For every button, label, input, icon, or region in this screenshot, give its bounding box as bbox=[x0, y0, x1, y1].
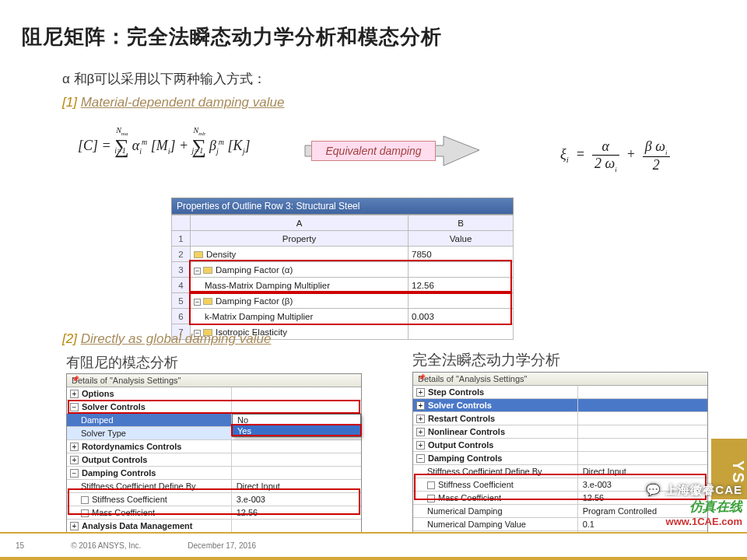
col-A: A bbox=[191, 215, 409, 231]
collapse-icon[interactable]: − bbox=[194, 268, 201, 275]
val-stiff-define[interactable]: Direct Input bbox=[578, 465, 707, 478]
row-solver-type[interactable]: Solver Type bbox=[67, 427, 232, 439]
col-value: Value bbox=[409, 231, 514, 247]
properties-table: Properties of Outline Row 3: Structural … bbox=[171, 198, 514, 340]
formula-c-matrix: [C] = Nma ∑ i=1 αim [Mi] + Nmb ∑ j=1 βjm… bbox=[78, 132, 250, 156]
section-2-num: [2] bbox=[62, 331, 77, 346]
property-icon bbox=[203, 298, 212, 305]
date: December 17, 2016 bbox=[188, 541, 256, 550]
watermark-line1: 💬 上海徽睿CAE bbox=[646, 483, 742, 498]
pin-icon[interactable]: 📌 bbox=[72, 376, 78, 382]
row-nonlinear-controls[interactable]: +Nonlinear Controls bbox=[413, 425, 578, 438]
section-1-num: [1] bbox=[62, 95, 77, 110]
subtitle-left: 有阻尼的模态分析 bbox=[66, 353, 178, 372]
expand-icon[interactable]: + bbox=[416, 441, 425, 450]
collapse-icon[interactable]: − bbox=[194, 299, 201, 306]
section-1-heading: [1] Material-dependent damping value bbox=[62, 95, 284, 110]
row-damping-controls[interactable]: −Damping Controls bbox=[413, 452, 578, 464]
watermark-line2: 仿真在线 bbox=[646, 498, 742, 516]
row-damping-controls[interactable]: −Damping Controls bbox=[67, 467, 232, 479]
val-mass-mult[interactable]: 12.56 bbox=[409, 278, 514, 293]
val-stiff-define[interactable]: Direct Input bbox=[232, 480, 361, 492]
expand-icon[interactable]: + bbox=[416, 401, 425, 410]
panel-header: Details of "Analysis Settings"📌 bbox=[413, 373, 707, 386]
footer: 15 © 2016 ANSYS, Inc. December 17, 2016 bbox=[0, 534, 747, 557]
col-property: Property bbox=[191, 231, 409, 247]
arrow-equivalent-damping: Equivalent damping bbox=[311, 136, 490, 167]
val-stiff-coef[interactable]: 3.e-003 bbox=[232, 493, 361, 506]
row-step-controls[interactable]: +Step Controls bbox=[413, 386, 578, 398]
watermark-url: www.1CAE.com bbox=[646, 516, 742, 527]
prop-damping-alpha[interactable]: −Damping Factor (α) bbox=[191, 262, 409, 278]
collapse-icon[interactable]: − bbox=[416, 454, 425, 463]
copyright: © 2016 ANSYS, Inc. bbox=[71, 541, 141, 550]
row-stiff-define[interactable]: Stiffness Coefficient Define By bbox=[413, 465, 578, 478]
row-output-controls[interactable]: +Output Controls bbox=[413, 439, 578, 451]
analysis-settings-panel-left: Details of "Analysis Settings"📌 +Options… bbox=[66, 373, 362, 533]
expand-icon[interactable]: + bbox=[416, 415, 425, 423]
intro-text: α 和β可以采用以下两种输入方式： bbox=[62, 70, 266, 88]
damped-dropdown[interactable]: No Yes bbox=[232, 414, 361, 437]
property-icon bbox=[194, 251, 203, 258]
expand-icon[interactable]: + bbox=[416, 428, 425, 436]
section-2-heading: [2] Directly as global damping value bbox=[62, 331, 271, 347]
row-num-damping[interactable]: Numerical Damping bbox=[413, 505, 578, 517]
checkbox-icon[interactable] bbox=[427, 495, 435, 502]
page-number: 15 bbox=[16, 541, 24, 550]
row-analysis-data[interactable]: +Analysis Data Management bbox=[67, 520, 232, 532]
dropdown-option-no[interactable]: No bbox=[233, 415, 360, 425]
expand-icon[interactable]: + bbox=[70, 390, 79, 398]
row-mass-coef[interactable]: Mass Coefficient bbox=[413, 492, 578, 504]
dropdown-option-yes[interactable]: Yes bbox=[233, 425, 360, 436]
row-options[interactable]: +Options bbox=[67, 387, 232, 400]
expand-icon[interactable]: + bbox=[70, 443, 79, 451]
checkbox-icon[interactable] bbox=[427, 481, 435, 489]
panel-header: Details of "Analysis Settings"📌 bbox=[67, 374, 361, 387]
slide-title: 阻尼矩阵：完全法瞬态动力学分析和模态分析 bbox=[22, 23, 442, 51]
prop-k-mult[interactable]: k-Matrix Damping Multiplier bbox=[191, 309, 409, 324]
checkbox-icon[interactable] bbox=[81, 509, 89, 517]
prop-mass-mult[interactable]: Mass-Matrix Damping Multiplier bbox=[191, 278, 409, 293]
collapse-icon[interactable]: − bbox=[70, 403, 79, 411]
watermark: 💬 上海徽睿CAE 仿真在线 www.1CAE.com bbox=[646, 483, 742, 527]
row-stiff-coef[interactable]: Stiffness Coefficient bbox=[67, 493, 232, 506]
pin-icon[interactable]: 📌 bbox=[418, 374, 424, 380]
row-solver-controls[interactable]: +Solver Controls bbox=[413, 399, 578, 411]
expand-icon[interactable]: + bbox=[70, 456, 79, 464]
row-mass-coef[interactable]: Mass Coefficient bbox=[67, 506, 232, 519]
prop-density[interactable]: Density bbox=[191, 247, 409, 262]
expand-icon[interactable]: + bbox=[70, 522, 79, 530]
arrow-label: Equivalent damping bbox=[311, 141, 436, 161]
val-density[interactable]: 7850 bbox=[409, 247, 514, 262]
row-restart-controls[interactable]: +Restart Controls bbox=[413, 412, 578, 425]
val-k-mult[interactable]: 0.003 bbox=[409, 309, 514, 324]
expand-icon[interactable]: + bbox=[416, 388, 425, 397]
row-stiff-coef[interactable]: Stiffness Coefficient bbox=[413, 478, 578, 491]
section-2-text: Directly as global damping value bbox=[81, 331, 272, 346]
property-icon bbox=[203, 267, 212, 274]
properties-header: Properties of Outline Row 3: Structural … bbox=[171, 198, 514, 215]
subtitle-right: 完全法瞬态动力学分析 bbox=[412, 350, 560, 370]
col-B: B bbox=[409, 215, 514, 231]
properties-grid[interactable]: AB 1PropertyValue 2Density7850 3−Damping… bbox=[171, 215, 514, 340]
checkbox-icon[interactable] bbox=[81, 496, 89, 504]
prop-damping-beta[interactable]: −Damping Factor (β) bbox=[191, 293, 409, 309]
val-mass-coef[interactable]: 12.56 bbox=[232, 506, 361, 519]
row-output-controls[interactable]: +Output Controls bbox=[67, 453, 232, 466]
row-num-damping-val[interactable]: Numerical Damping Value bbox=[413, 518, 578, 530]
row-rotordynamics[interactable]: +Rotordynamics Controls bbox=[67, 440, 232, 453]
row-num: 2 bbox=[172, 247, 191, 262]
row-damped[interactable]: Damped bbox=[67, 414, 232, 426]
section-1-text: Material-dependent damping value bbox=[81, 95, 285, 110]
row-stiff-define[interactable]: Stiffness Coefficient Define By bbox=[67, 480, 232, 492]
formula-xi: ξi = α2 ωi + β ωi2 bbox=[560, 138, 670, 173]
row-solver-controls[interactable]: −Solver Controls bbox=[67, 401, 232, 413]
collapse-icon[interactable]: − bbox=[70, 469, 79, 478]
